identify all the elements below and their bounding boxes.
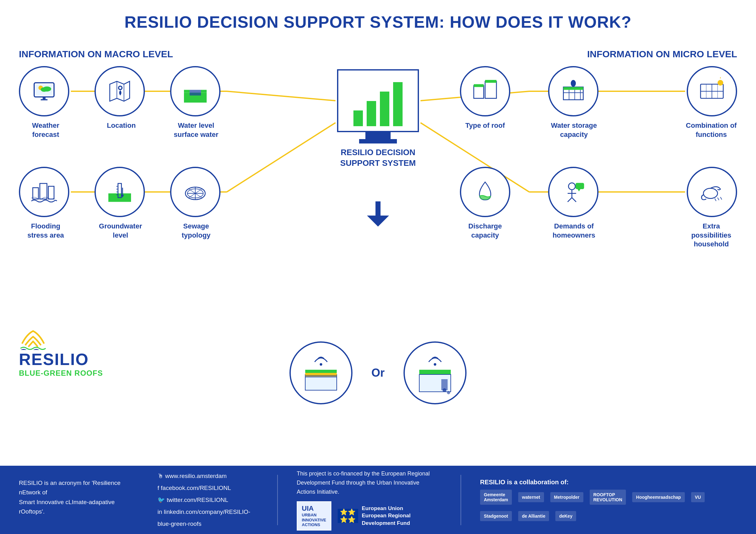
waterstorage-label: Water storagecapacity (539, 121, 608, 139)
svg-point-63 (569, 183, 576, 190)
monitor-label: RESILIO DECISIONSUPPORT SYSTEM (334, 147, 422, 169)
footer-logos-row: GemeenteAmsterdam waternet Metropolder R… (480, 490, 737, 521)
svg-marker-69 (578, 189, 580, 191)
svg-point-52 (571, 80, 576, 87)
svg-rect-26 (48, 186, 54, 199)
sewage-label: Sewage typology (170, 222, 222, 240)
circle-groundwater (94, 167, 145, 217)
svg-rect-43 (474, 86, 484, 98)
logo-hoogheemraadschap: Hoogheemraadschap (632, 492, 685, 502)
extra-label: Extrapossibilitieshousehold (680, 222, 743, 249)
svg-rect-41 (375, 201, 381, 216)
eu-logo: ⭐⭐⭐⭐ European Union European Regional De… (338, 505, 411, 527)
footer-collab-title: RESILIO is a collaboration of: (480, 479, 737, 486)
page-title: RESILIO DECISION SUPPORT SYSTEM: HOW DOE… (0, 0, 756, 32)
footer-eu-section: This project is co-financed by the Europ… (297, 469, 442, 530)
circle-sewage (170, 167, 221, 217)
footer-description: RESILIO is an acronym for 'Resilience nE… (19, 478, 139, 522)
circle-waterstorage (548, 66, 599, 116)
footer-eu-text: This project is co-financed by the Europ… (297, 469, 442, 496)
eu-label: European Union European Regional Develop… (362, 505, 411, 527)
logo-gemeente: GemeenteAmsterdam (480, 490, 512, 505)
circle-extra (687, 167, 737, 217)
svg-rect-14 (40, 99, 47, 100)
circle-flooding (19, 167, 69, 217)
link-facebook[interactable]: f facebook.com/RESILIONL (157, 482, 258, 494)
svg-point-84 (447, 391, 450, 394)
micro-label: INFORMATION ON MICRO LEVEL (587, 49, 737, 60)
bar2 (367, 101, 376, 126)
monitor-stand (365, 132, 391, 139)
circle-combination (687, 66, 737, 116)
weather-label: Weatherforecast (25, 121, 66, 139)
main-content: RESILIO DECISION SUPPORT SYSTEM: HOW DOE… (0, 0, 756, 466)
svg-rect-25 (40, 184, 47, 199)
footer-eu-logos: UIA URBANINNOVATIVEACTIONS ⭐⭐⭐⭐ European… (297, 501, 442, 530)
logo-rooftop: ROOFTOPREVOLUTION (590, 490, 626, 505)
output-section: Or (289, 342, 467, 404)
svg-rect-53 (563, 87, 583, 90)
circle-weather (19, 66, 69, 116)
circle-waterlevel (170, 66, 221, 116)
svg-rect-68 (576, 183, 584, 189)
macro-label: INFORMATION ON MACRO LEVEL (19, 49, 173, 60)
link-linkedin[interactable]: in linkedin.com/company/RESILIO-blue-gre… (157, 506, 258, 530)
center-monitor: RESILIO DECISIONSUPPORT SYSTEM (334, 69, 422, 169)
logo-vu: VU (691, 492, 705, 502)
groundwater-label: Groundwaterlevel (94, 222, 147, 240)
logo-waternet: waternet (518, 492, 544, 502)
discharge-label: Dischargecapacity (454, 222, 517, 240)
demands-label: Demands ofhomeowners (539, 222, 608, 240)
svg-marker-42 (367, 216, 389, 227)
uia-badge: UIA URBANINNOVATIVEACTIONS (297, 501, 331, 530)
svg-line-71 (715, 198, 716, 201)
flooding-label: Floodingstress area (19, 222, 72, 240)
footer-links: 🖱 www.resilio.amsterdam f facebook.com/R… (157, 470, 258, 530)
or-text: Or (371, 366, 385, 379)
circle-typeroof (460, 66, 510, 116)
bar1 (353, 111, 363, 126)
monitor-display (337, 69, 419, 132)
resilio-title: RESILIO (19, 350, 103, 369)
combination-label: Combination offunctions (680, 121, 743, 139)
logo-metropolder: Metropolder (550, 492, 583, 502)
resilio-logo: RESILIO BLUE-GREEN ROOFS (19, 328, 103, 378)
svg-point-61 (717, 80, 723, 86)
footer-divider1 (277, 475, 278, 525)
location-label: Location (101, 121, 142, 130)
svg-rect-21 (190, 90, 201, 96)
bar4 (393, 82, 403, 126)
monitor-base (359, 139, 397, 143)
svg-rect-23 (201, 90, 207, 93)
svg-rect-78 (305, 375, 337, 378)
svg-line-72 (717, 198, 719, 200)
circle-location (94, 66, 145, 116)
footer: RESILIO is an acronym for 'Resilience nE… (0, 466, 756, 534)
svg-point-19 (119, 87, 121, 89)
svg-point-70 (703, 188, 717, 198)
link-website[interactable]: 🖱 www.resilio.amsterdam (157, 470, 258, 482)
footer-collab: RESILIO is a collaboration of: GemeenteA… (480, 479, 737, 521)
svg-line-67 (572, 198, 577, 202)
svg-point-74 (320, 363, 322, 366)
output-blue-roof (403, 342, 467, 404)
output-green-roof (289, 342, 353, 404)
svg-rect-44 (485, 82, 497, 98)
circle-demands (548, 167, 599, 217)
svg-point-83 (443, 388, 446, 392)
svg-rect-22 (184, 90, 190, 93)
svg-rect-13 (43, 97, 46, 99)
svg-line-5 (227, 123, 336, 192)
svg-point-79 (434, 363, 436, 366)
resilio-subtitle: BLUE-GREEN ROOFS (19, 369, 103, 378)
waterlevel-label: Water levelsurface water (170, 121, 222, 139)
footer-divider2 (461, 475, 461, 525)
logo-alliantie: de Alliantie (518, 511, 549, 521)
svg-rect-46 (485, 80, 497, 83)
svg-rect-45 (474, 84, 484, 87)
arrow-down (367, 201, 389, 228)
link-twitter[interactable]: 🐦 twitter.com/RESILIONL (157, 494, 258, 506)
bar3 (380, 91, 389, 126)
svg-point-12 (40, 87, 47, 91)
logo-dekey: deKey (555, 511, 576, 521)
